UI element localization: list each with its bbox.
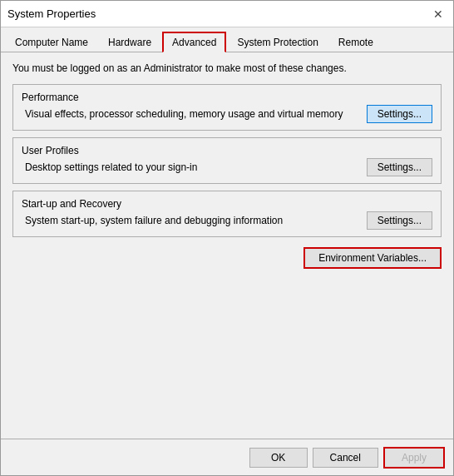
tab-advanced[interactable]: Advanced — [162, 32, 226, 52]
performance-settings-button[interactable]: Settings... — [367, 105, 432, 123]
window-title: System Properties — [7, 7, 96, 20]
apply-button[interactable]: Apply — [383, 447, 445, 469]
tab-system-protection[interactable]: System Protection — [228, 32, 327, 52]
user-profiles-section: User Profiles Desktop settings related t… — [12, 137, 442, 184]
env-btn-container: Environment Variables... — [12, 247, 442, 269]
close-button[interactable]: ✕ — [430, 6, 447, 22]
performance-section: Performance Visual effects, processor sc… — [12, 84, 442, 131]
footer: OK Cancel Apply — [1, 439, 453, 475]
system-properties-window: System Properties ✕ Computer Name Hardwa… — [0, 0, 454, 476]
startup-recovery-section: Start-up and Recovery System start-up, s… — [12, 191, 442, 237]
ok-button[interactable]: OK — [249, 448, 308, 468]
tab-remote[interactable]: Remote — [329, 32, 382, 52]
tab-hardware[interactable]: Hardware — [99, 32, 160, 52]
cancel-button[interactable]: Cancel — [313, 448, 378, 468]
startup-recovery-title: Start-up and Recovery — [22, 198, 432, 210]
performance-title: Performance — [22, 92, 432, 103]
user-profiles-title: User Profiles — [22, 145, 432, 156]
startup-recovery-settings-button[interactable]: Settings... — [367, 211, 432, 230]
user-profiles-settings-button[interactable]: Settings... — [367, 158, 432, 176]
tab-computer-name[interactable]: Computer Name — [6, 32, 97, 52]
tab-bar: Computer Name Hardware Advanced System P… — [1, 27, 453, 52]
info-text: You must be logged on as an Administrato… — [12, 62, 442, 74]
title-bar: System Properties ✕ — [1, 1, 453, 27]
environment-variables-button[interactable]: Environment Variables... — [303, 247, 442, 269]
tab-content: You must be logged on as an Administrato… — [1, 52, 453, 439]
